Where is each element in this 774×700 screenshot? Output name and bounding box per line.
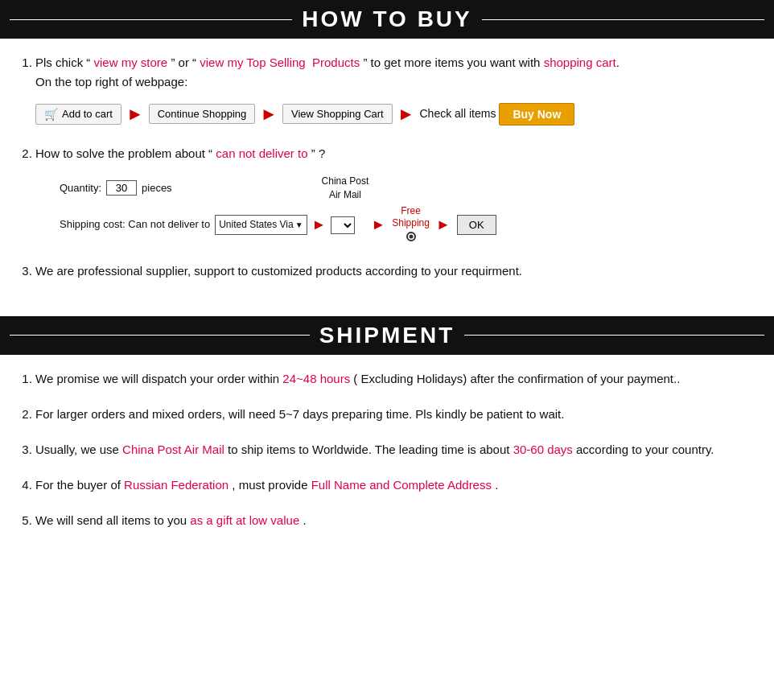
shipment-title: SHIPMENT	[319, 323, 455, 348]
how-to-buy-header: HOW TO BUY	[0, 0, 774, 39]
how-to-buy-content: Pls chick “ view my store ” or “ view my…	[0, 39, 774, 316]
free-shipping-box: FreeShipping	[392, 205, 430, 245]
shipment-content: We promise we will dispatch your order w…	[0, 355, 774, 566]
quantity-input[interactable]	[106, 180, 137, 196]
arrow-icon-4: ►	[312, 213, 327, 237]
buy-steps-row: 🛒 Add to cart ► Continue Shopping ► View…	[35, 100, 755, 128]
arrow-icon-2: ►	[260, 100, 278, 128]
shipping-cost-label: Shipping cost: Can not deliver to	[60, 216, 210, 233]
full-name-highlight: Full Name and Complete Address	[311, 478, 492, 492]
china-post-highlight: China Post Air Mail	[122, 443, 224, 456]
gift-highlight: as a gift at low value	[190, 513, 299, 527]
china-post-label: China PostAir Mail	[322, 175, 369, 202]
shipment-header: SHIPMENT	[0, 316, 774, 355]
continue-shopping-button[interactable]: Continue Shopping	[149, 104, 256, 124]
shipment-item-5: We will send all items to you as a gift …	[35, 511, 755, 530]
days-highlight: 30-60 days	[513, 443, 573, 456]
buy-now-button[interactable]: Buy Now	[499, 103, 574, 126]
russia-highlight: Russian Federation	[124, 478, 228, 492]
check-all-items-label: Check all items	[419, 105, 496, 122]
shipping-cost-row: Shipping cost: Can not deliver to United…	[60, 205, 755, 245]
how-to-buy-item-1: Pls chick “ view my store ” or “ view my…	[35, 53, 755, 128]
can-not-deliver-highlight: can not deliver to	[216, 146, 307, 160]
ok-button[interactable]: OK	[457, 215, 496, 235]
radio-icon	[406, 232, 416, 241]
shipping-dropdown[interactable]: United States Via ▼	[215, 215, 307, 235]
add-to-cart-button[interactable]: 🛒 Add to cart	[35, 104, 121, 125]
how-to-buy-item-3: We are professional supplier, support to…	[35, 261, 755, 281]
quantity-label: Quantity:	[60, 180, 101, 197]
webpage-instruction: On the top right of webpage:	[35, 75, 187, 89]
how-to-buy-title: HOW TO BUY	[302, 6, 471, 32]
pieces-label: pieces	[142, 180, 172, 197]
view-shopping-cart-button[interactable]: View Shopping Cart	[282, 104, 393, 124]
shipment-item-2: For larger orders and mixed orders, will…	[35, 405, 755, 424]
arrow-icon-6: ►	[436, 213, 451, 237]
cart-icon: 🛒	[44, 108, 58, 121]
shipping-method-select[interactable]	[331, 216, 355, 234]
shipping-diagram: Quantity: pieces China PostAir Mail Ship…	[60, 175, 755, 245]
arrow-icon-3: ►	[397, 100, 415, 128]
arrow-icon-5: ►	[371, 213, 385, 237]
shipment-item-4: For the buyer of Russian Federation , mu…	[35, 476, 755, 495]
dropdown-wrapper: United States Via ▼	[215, 215, 307, 235]
shopping-cart-link[interactable]: shopping cart	[544, 56, 616, 69]
view-my-store-link[interactable]: view my store	[94, 56, 168, 69]
shipment-item-1: We promise we will dispatch your order w…	[35, 369, 755, 389]
shipment-item-3: Usually, we use China Post Air Mail to s…	[35, 440, 755, 459]
view-top-selling-link[interactable]: view my Top Selling Products	[200, 56, 360, 69]
how-to-buy-item-2: How to solve the problem about “ can not…	[35, 144, 755, 245]
quantity-row: Quantity: pieces China PostAir Mail	[60, 175, 755, 202]
arrow-icon-1: ►	[126, 100, 144, 128]
hours-highlight: 24~48 hours	[282, 372, 350, 385]
